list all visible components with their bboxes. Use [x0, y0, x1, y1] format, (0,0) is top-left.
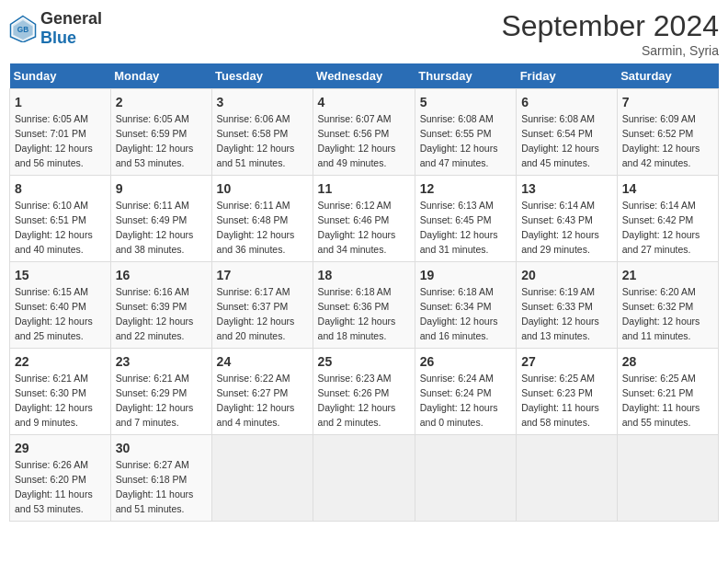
day-info: Sunrise: 6:16 AM Sunset: 6:39 PM Dayligh…: [116, 286, 194, 341]
day-number: 9: [116, 179, 207, 198]
calendar-cell: 7Sunrise: 6:09 AM Sunset: 6:52 PM Daylig…: [617, 89, 718, 176]
day-number: 20: [521, 266, 612, 284]
calendar-cell: 21Sunrise: 6:20 AM Sunset: 6:32 PM Dayli…: [617, 262, 718, 349]
day-info: Sunrise: 6:26 AM Sunset: 6:20 PM Dayligh…: [15, 459, 93, 514]
day-number: 14: [622, 179, 713, 198]
header-friday: Friday: [517, 63, 618, 89]
day-info: Sunrise: 6:08 AM Sunset: 6:54 PM Dayligh…: [521, 113, 599, 168]
day-number: 21: [622, 266, 713, 284]
calendar-cell: 17Sunrise: 6:17 AM Sunset: 6:37 PM Dayli…: [211, 262, 313, 349]
day-info: Sunrise: 6:09 AM Sunset: 6:52 PM Dayligh…: [622, 113, 700, 168]
day-info: Sunrise: 6:05 AM Sunset: 6:59 PM Dayligh…: [116, 113, 194, 168]
calendar-cell: [617, 435, 718, 522]
calendar-cell: 2Sunrise: 6:05 AM Sunset: 6:59 PM Daylig…: [110, 89, 211, 176]
day-number: 28: [622, 352, 713, 371]
calendar-cell: 15Sunrise: 6:15 AM Sunset: 6:40 PM Dayli…: [10, 262, 111, 349]
day-number: 22: [15, 352, 106, 371]
header-saturday: Saturday: [617, 63, 718, 89]
day-info: Sunrise: 6:17 AM Sunset: 6:37 PM Dayligh…: [217, 286, 295, 341]
calendar-cell: 22Sunrise: 6:21 AM Sunset: 6:30 PM Dayli…: [10, 349, 111, 435]
day-info: Sunrise: 6:25 AM Sunset: 6:21 PM Dayligh…: [622, 373, 700, 428]
day-info: Sunrise: 6:25 AM Sunset: 6:23 PM Dayligh…: [521, 373, 599, 428]
logo-general: General: [40, 9, 102, 28]
day-number: 23: [116, 352, 207, 371]
day-number: 25: [318, 352, 410, 371]
calendar-cell: 1Sunrise: 6:05 AM Sunset: 7:01 PM Daylig…: [10, 89, 111, 176]
day-info: Sunrise: 6:27 AM Sunset: 6:18 PM Dayligh…: [116, 459, 194, 514]
calendar-cell: 3Sunrise: 6:06 AM Sunset: 6:58 PM Daylig…: [211, 89, 313, 176]
svg-text:GB: GB: [17, 26, 28, 34]
logo: GB General Blue: [9, 9, 102, 48]
day-number: 27: [521, 352, 612, 371]
calendar-cell: 13Sunrise: 6:14 AM Sunset: 6:43 PM Dayli…: [517, 176, 618, 262]
day-number: 12: [420, 179, 511, 198]
calendar-cell: [415, 435, 516, 522]
location: Sarmin, Syria: [501, 43, 719, 58]
day-info: Sunrise: 6:24 AM Sunset: 6:24 PM Dayligh…: [420, 373, 498, 428]
calendar-cell: 14Sunrise: 6:14 AM Sunset: 6:42 PM Dayli…: [617, 176, 718, 262]
calendar-cell: 4Sunrise: 6:07 AM Sunset: 6:56 PM Daylig…: [313, 89, 415, 176]
day-info: Sunrise: 6:22 AM Sunset: 6:27 PM Dayligh…: [217, 373, 295, 428]
day-info: Sunrise: 6:18 AM Sunset: 6:36 PM Dayligh…: [318, 286, 396, 341]
calendar-week-row: 22Sunrise: 6:21 AM Sunset: 6:30 PM Dayli…: [10, 349, 719, 435]
calendar-week-row: 29Sunrise: 6:26 AM Sunset: 6:20 PM Dayli…: [10, 435, 719, 522]
day-number: 4: [318, 93, 410, 111]
day-number: 6: [521, 93, 612, 111]
day-info: Sunrise: 6:11 AM Sunset: 6:48 PM Dayligh…: [217, 200, 295, 255]
calendar-cell: 29Sunrise: 6:26 AM Sunset: 6:20 PM Dayli…: [10, 435, 111, 522]
title-block: September 2024 Sarmin, Syria: [501, 9, 719, 58]
day-info: Sunrise: 6:20 AM Sunset: 6:32 PM Dayligh…: [622, 286, 700, 341]
calendar-cell: 12Sunrise: 6:13 AM Sunset: 6:45 PM Dayli…: [415, 176, 516, 262]
calendar-cell: 28Sunrise: 6:25 AM Sunset: 6:21 PM Dayli…: [617, 349, 718, 435]
calendar-cell: 8Sunrise: 6:10 AM Sunset: 6:51 PM Daylig…: [10, 176, 111, 262]
logo-icon: GB: [9, 15, 37, 42]
calendar-cell: 18Sunrise: 6:18 AM Sunset: 6:36 PM Dayli…: [313, 262, 415, 349]
day-number: 13: [521, 179, 612, 198]
day-info: Sunrise: 6:14 AM Sunset: 6:43 PM Dayligh…: [521, 200, 599, 255]
day-info: Sunrise: 6:18 AM Sunset: 6:34 PM Dayligh…: [420, 286, 498, 341]
logo-blue: Blue: [40, 29, 76, 47]
day-number: 2: [116, 93, 207, 111]
calendar-cell: 27Sunrise: 6:25 AM Sunset: 6:23 PM Dayli…: [517, 349, 618, 435]
calendar-cell: 23Sunrise: 6:21 AM Sunset: 6:29 PM Dayli…: [110, 349, 211, 435]
day-info: Sunrise: 6:19 AM Sunset: 6:33 PM Dayligh…: [521, 286, 599, 341]
calendar-cell: 5Sunrise: 6:08 AM Sunset: 6:55 PM Daylig…: [415, 89, 516, 176]
calendar-header-row: SundayMondayTuesdayWednesdayThursdayFrid…: [10, 63, 719, 89]
day-number: 3: [217, 93, 308, 111]
day-number: 29: [15, 439, 106, 457]
day-info: Sunrise: 6:15 AM Sunset: 6:40 PM Dayligh…: [15, 286, 93, 341]
calendar-cell: [313, 435, 415, 522]
month-title: September 2024: [501, 9, 719, 43]
day-number: 30: [116, 439, 207, 457]
day-number: 1: [15, 93, 106, 111]
calendar-week-row: 15Sunrise: 6:15 AM Sunset: 6:40 PM Dayli…: [10, 262, 719, 349]
calendar-week-row: 8Sunrise: 6:10 AM Sunset: 6:51 PM Daylig…: [10, 176, 719, 262]
calendar-cell: [211, 435, 313, 522]
day-number: 7: [622, 93, 713, 111]
calendar-cell: 25Sunrise: 6:23 AM Sunset: 6:26 PM Dayli…: [313, 349, 415, 435]
day-number: 10: [217, 179, 308, 198]
day-info: Sunrise: 6:08 AM Sunset: 6:55 PM Dayligh…: [420, 113, 498, 168]
calendar-cell: 11Sunrise: 6:12 AM Sunset: 6:46 PM Dayli…: [313, 176, 415, 262]
page-header: GB General Blue September 2024 Sarmin, S…: [9, 9, 719, 58]
day-info: Sunrise: 6:05 AM Sunset: 7:01 PM Dayligh…: [15, 113, 93, 168]
calendar-week-row: 1Sunrise: 6:05 AM Sunset: 7:01 PM Daylig…: [10, 89, 719, 176]
calendar-cell: 26Sunrise: 6:24 AM Sunset: 6:24 PM Dayli…: [415, 349, 516, 435]
day-info: Sunrise: 6:07 AM Sunset: 6:56 PM Dayligh…: [318, 113, 396, 168]
day-number: 8: [15, 179, 106, 198]
day-number: 5: [420, 93, 511, 111]
day-number: 16: [116, 266, 207, 284]
day-info: Sunrise: 6:06 AM Sunset: 6:58 PM Dayligh…: [217, 113, 295, 168]
header-monday: Monday: [110, 63, 211, 89]
calendar-cell: [517, 435, 618, 522]
day-number: 24: [217, 352, 308, 371]
day-number: 26: [420, 352, 511, 371]
day-info: Sunrise: 6:14 AM Sunset: 6:42 PM Dayligh…: [622, 200, 700, 255]
calendar-table: SundayMondayTuesdayWednesdayThursdayFrid…: [9, 63, 719, 522]
calendar-cell: 19Sunrise: 6:18 AM Sunset: 6:34 PM Dayli…: [415, 262, 516, 349]
day-info: Sunrise: 6:13 AM Sunset: 6:45 PM Dayligh…: [420, 200, 498, 255]
day-number: 15: [15, 266, 106, 284]
day-info: Sunrise: 6:21 AM Sunset: 6:29 PM Dayligh…: [116, 373, 194, 428]
day-number: 17: [217, 266, 308, 284]
calendar-cell: 6Sunrise: 6:08 AM Sunset: 6:54 PM Daylig…: [517, 89, 618, 176]
